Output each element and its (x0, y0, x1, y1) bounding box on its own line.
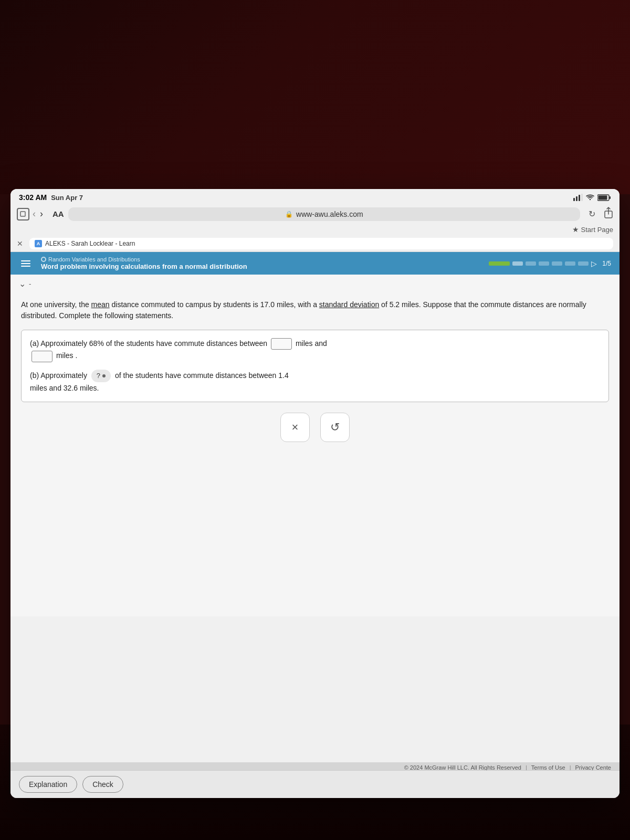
breadcrumb: Random Variables and Distributions Word … (41, 256, 247, 270)
dropdown-dot (102, 374, 106, 377)
part-a-miles-period: miles . (56, 351, 77, 360)
progress-seg-4 (539, 261, 549, 266)
undo-button[interactable]: ↺ (320, 413, 350, 442)
input-part-a-1[interactable] (271, 338, 292, 350)
chevron-down-icon[interactable]: ⌄ (19, 279, 26, 289)
status-date: Sun Apr 7 (51, 194, 83, 202)
share-button[interactable] (604, 207, 613, 221)
progress-fraction: 1/5 (602, 260, 611, 267)
svg-rect-3 (581, 194, 583, 201)
part-b-prefix: (b) Approximately (30, 371, 87, 380)
tab-switcher-icon[interactable] (17, 208, 29, 220)
answer-box: (a) Approximately 68% of the students ha… (21, 330, 609, 402)
hamburger-line-1 (21, 260, 30, 261)
hamburger-line-2 (21, 263, 30, 264)
bottom-bar: Explanation Check (10, 770, 620, 798)
back-button[interactable]: ‹ (32, 208, 37, 219)
nav-buttons: ‹ › (17, 208, 44, 220)
status-bar: 3:02 AM Sun Apr 7 (10, 189, 620, 204)
topic-label: Word problem involving calculations from… (41, 262, 247, 270)
tab-bar: ✕ A ALEKS - Sarah Locklear - Learn (10, 236, 620, 252)
progress-seg-2 (512, 261, 523, 266)
device-frame: 3:02 AM Sun Apr 7 (10, 189, 620, 798)
status-time: 3:02 AM (19, 193, 47, 202)
part-b-middle: of the students have commute distances b… (115, 371, 289, 380)
progress-seg-6 (565, 261, 575, 266)
hamburger-menu[interactable] (19, 258, 33, 269)
part-a-miles-and: miles and (296, 339, 327, 348)
check-button[interactable]: Check (82, 776, 123, 793)
progress-arrow: ▷ (591, 259, 597, 268)
std-dev-underline: standard deviation (319, 300, 379, 309)
favicon: A (35, 240, 42, 247)
start-page-area: ★ Start Page (10, 224, 620, 236)
url-display: www-awu.aleks.com (296, 210, 363, 218)
module-label: Random Variables and Distributions (48, 256, 140, 262)
collapse-label: - (29, 280, 31, 288)
part-b-suffix: miles and 32.6 miles. (30, 384, 99, 392)
action-buttons-row: × ↺ (21, 413, 609, 442)
battery-icon (597, 194, 611, 201)
part-a-text: (a) Approximately 68% of the students ha… (30, 339, 269, 348)
forward-button[interactable]: › (39, 208, 44, 219)
input-part-a-2[interactable] (32, 351, 52, 362)
browser-toolbar: ‹ › AA 🔒 www-awu.aleks.com ↻ (10, 204, 620, 224)
wifi-icon (586, 194, 594, 201)
explanation-button[interactable]: Explanation (19, 776, 77, 793)
reload-button[interactable]: ↻ (589, 209, 595, 219)
close-tab-button[interactable]: ✕ (17, 239, 25, 248)
square-icon-svg (20, 211, 26, 217)
hamburger-line-3 (21, 266, 30, 267)
clear-button[interactable]: × (280, 413, 310, 442)
tab-title: ALEKS - Sarah Locklear - Learn (45, 240, 135, 247)
background-overlay (0, 0, 630, 194)
reader-aa-button[interactable]: AA (52, 209, 64, 218)
chevron-row[interactable]: ⌄ - (10, 275, 620, 293)
lock-icon: 🔒 (285, 211, 293, 218)
svg-rect-7 (20, 212, 25, 216)
progress-area: ▷ 1/5 (489, 259, 611, 268)
svg-rect-2 (579, 195, 580, 201)
content-area: At one university, the mean distance com… (10, 293, 620, 798)
svg-rect-6 (598, 195, 607, 200)
answer-part-b: (b) Approximately ? of the students have… (30, 370, 600, 394)
share-icon-svg (604, 207, 613, 218)
svg-rect-1 (576, 196, 578, 201)
svg-rect-0 (573, 198, 575, 201)
address-bar[interactable]: 🔒 www-awu.aleks.com (68, 207, 580, 221)
progress-bar: ▷ (489, 259, 597, 268)
module-radio-icon (41, 257, 46, 262)
star-icon: ★ (572, 225, 579, 234)
progress-seg-1 (489, 261, 510, 266)
progress-seg-5 (552, 261, 562, 266)
progress-seg-7 (578, 261, 589, 266)
answer-part-a: (a) Approximately 68% of the students ha… (30, 338, 600, 362)
start-page-label[interactable]: Start Page (581, 226, 613, 234)
problem-statement: At one university, the mean distance com… (21, 299, 609, 321)
main-content: At one university, the mean distance com… (10, 293, 620, 616)
mean-underline: mean (91, 300, 110, 309)
part-b-dropdown[interactable]: ? (91, 370, 111, 383)
content-spacer (21, 453, 609, 610)
aleks-header: Random Variables and Distributions Word … (10, 252, 620, 275)
module-radio: Random Variables and Distributions (41, 256, 247, 262)
active-tab[interactable]: A ALEKS - Sarah Locklear - Learn (29, 238, 613, 249)
progress-seg-3 (526, 261, 536, 266)
signal-icon (573, 194, 583, 201)
svg-rect-5 (610, 196, 611, 199)
